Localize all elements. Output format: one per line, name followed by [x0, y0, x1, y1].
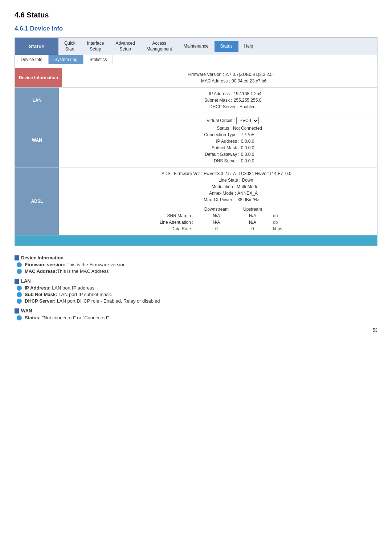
- desc-device-info-heading: Device Information: [15, 255, 377, 260]
- nav-top: Status Quick Start Interface Setup Advan…: [15, 38, 377, 55]
- wan-ip-label: IP Address :: [181, 139, 240, 144]
- wan-data: Virtual Circuit : PVC0 PVC1 PVC2 Status …: [59, 113, 377, 167]
- wan-vc-row: Virtual Circuit : PVC0 PVC1 PVC2: [66, 116, 369, 125]
- adsl-row-label: Data Rate :: [150, 226, 197, 232]
- lan-dhcp-label: DHCP Server :: [180, 104, 238, 109]
- lan-label: LAN: [15, 88, 59, 113]
- wan-subnet-label: Subnet Mask :: [181, 145, 240, 150]
- adsl-firmware-value: FwVer:3.3.2.5_A_TC3084 HwVer:T14.F7_0.0: [204, 171, 291, 176]
- adsl-annex-value: ANNEX_A: [237, 191, 258, 196]
- mac-label: MAC Address :: [172, 78, 230, 84]
- adsl-label: ADSL: [15, 167, 59, 235]
- bullet-icon: [17, 269, 22, 274]
- adsl-table-row: SNR Margin : N/A N/A db: [150, 213, 286, 219]
- wan-conn-type-row: Connection Type : PPPoE: [66, 132, 369, 138]
- wan-row: WAN Virtual Circuit : PVC0 PVC1 PVC2 Sta…: [15, 113, 377, 167]
- blue-bar-wan-icon: [15, 308, 19, 314]
- desc-item-text: Firmware version: This is the Firmware v…: [25, 262, 126, 267]
- adsl-row-upstream: N/A: [236, 213, 269, 219]
- adsl-firmware-label: ADSL Firmware Ver :: [144, 171, 202, 176]
- desc-wan-heading: WAN: [15, 308, 377, 314]
- desc-item-text: MAC Address:This is the MAC Address: [25, 268, 109, 274]
- lan-row: LAN IP Address : 192.168.1.254 Subnet Ma…: [15, 88, 377, 113]
- wan-dns-row: DNS Server : 0.0.0.0: [66, 158, 369, 164]
- nav-quick-start[interactable]: Quick Start: [58, 38, 81, 55]
- desc-item: Sub Net Mask: LAN port IP subnet mask.: [17, 292, 377, 297]
- main-content: Device Information Firmware Version : 2.…: [15, 64, 377, 246]
- bullet-icon: [17, 299, 22, 304]
- nav-status-label: Status: [15, 38, 58, 55]
- nav-access-management[interactable]: Access Management: [141, 38, 178, 55]
- device-info-label: Device Information: [15, 68, 62, 87]
- nav-container: Status Quick Start Interface Setup Advan…: [15, 37, 377, 246]
- nav-status[interactable]: Status: [215, 41, 238, 52]
- adsl-firmware-row: ADSL Firmware Ver : FwVer:3.3.2.5_A_TC30…: [66, 170, 369, 177]
- wan-gateway-value: 0.0.0.0: [241, 152, 254, 157]
- adsl-row-unit: db: [269, 219, 286, 226]
- desc-section: Device Information Firmware version: Thi…: [15, 255, 377, 320]
- tab-device-info[interactable]: Device Info: [15, 55, 49, 64]
- adsl-line-state-row: Line State : Down: [66, 177, 369, 183]
- section-title: 4.6 Status: [15, 11, 377, 19]
- lan-ip-label: IP Address :: [174, 91, 232, 96]
- nav-tabs: Device Info System Log Statistics: [15, 55, 377, 64]
- desc-item: IP Address: LAN port IP address.: [17, 285, 377, 291]
- nav-advanced-setup[interactable]: Advanced Setup: [110, 38, 140, 55]
- bullet-icon: [17, 286, 22, 291]
- wan-conn-type-label: Connection Type :: [181, 132, 239, 137]
- adsl-line-state-value: Down: [242, 178, 253, 183]
- wan-ip-row: IP Address : 0.0.0.0: [66, 138, 369, 145]
- adsl-row-unit: db: [269, 213, 286, 219]
- tab-system-log[interactable]: System Log: [49, 55, 83, 64]
- col-upstream: Upstream: [236, 206, 269, 213]
- tab-statistics[interactable]: Statistics: [83, 55, 113, 64]
- nav-interface-setup[interactable]: Interface Setup: [81, 38, 110, 55]
- adsl-modulation-label: Modulation :: [177, 184, 235, 189]
- adsl-table-section: Downstream Upstream SNR Margin : N/A N/A…: [66, 206, 369, 232]
- bullet-icon: [17, 292, 22, 297]
- footer-bar: [15, 235, 377, 246]
- wan-status-value: Not Connected: [233, 126, 262, 131]
- lan-data: IP Address : 192.168.1.254 Subnet Mask :…: [59, 88, 377, 113]
- subsection-title: 4.6.1 Device Info: [15, 25, 377, 32]
- device-info-data: Firmware Version : 2.7.0.7(ZUE0.B1)3.3.2…: [62, 68, 377, 87]
- desc-item-text: IP Address: LAN port IP address.: [25, 285, 96, 291]
- wan-subnet-row: Subnet Mask : 0.0.0.0: [66, 145, 369, 151]
- lan-dhcp-value: Enabled: [240, 104, 256, 109]
- lan-subnet-value: 255.255.255.0: [234, 98, 262, 103]
- mac-value: 00:04:ed:23:c7:b6: [232, 78, 266, 84]
- lan-ip-value: 192.168.1.254: [234, 91, 262, 96]
- adsl-row-label: SNR Margin :: [150, 213, 197, 219]
- adsl-row-downstream: 0: [197, 226, 236, 232]
- adsl-table-row: Data Rate : 0 0 kbps: [150, 226, 286, 232]
- wan-conn-type-value: PPPoE: [241, 132, 255, 137]
- wan-status-label: Status :: [173, 126, 232, 131]
- nav-maintenance[interactable]: Maintenance: [178, 41, 215, 52]
- firmware-row: Firmware Version : 2.7.0.7(ZUE0.B1)3.3.2…: [69, 71, 369, 78]
- wan-status-row: Status : Not Connected: [66, 125, 369, 132]
- desc-item-text: Sub Net Mask: LAN port IP subnet mask.: [25, 292, 112, 297]
- adsl-max-tx-value: -38 dBm/Hz: [236, 197, 259, 202]
- wan-dns-value: 0.0.0.0: [241, 158, 254, 163]
- adsl-row-downstream: N/A: [197, 213, 236, 219]
- wan-dns-label: DNS Server :: [181, 158, 240, 163]
- mac-row: MAC Address : 00:04:ed:23:c7:b6: [69, 78, 369, 84]
- adsl-row-downstream: N/A: [197, 219, 236, 226]
- wan-vc-select[interactable]: PVC0 PVC1 PVC2: [236, 117, 259, 124]
- lan-subnet-label: Subnet Mask :: [174, 98, 232, 103]
- adsl-annex-label: Annex Mode :: [178, 191, 236, 196]
- lan-dhcp-row: DHCP Server : Enabled: [66, 104, 369, 110]
- wan-gateway-row: Default Gateway : 0.0.0.0: [66, 151, 369, 158]
- adsl-row-upstream: N/A: [236, 219, 269, 226]
- nav-help[interactable]: Help: [238, 41, 259, 52]
- adsl-row: ADSL ADSL Firmware Ver : FwVer:3.3.2.5_A…: [15, 167, 377, 235]
- bullet-icon: [17, 315, 22, 320]
- adsl-max-tx-row: Max TX Power : -38 dBm/Hz: [66, 197, 369, 203]
- lan-ip-row: IP Address : 192.168.1.254: [66, 90, 369, 97]
- desc-lan-heading: LAN: [15, 278, 377, 284]
- adsl-annex-row: Annex Mode : ANNEX_A: [66, 190, 369, 197]
- page-number: 53: [15, 328, 377, 333]
- bullet-icon: [17, 262, 22, 267]
- desc-item: Status: "Not connected" or "Connected": [17, 315, 377, 320]
- firmware-value: 2.7.0.7(ZUE0.B1)3.3.2.5: [225, 72, 273, 77]
